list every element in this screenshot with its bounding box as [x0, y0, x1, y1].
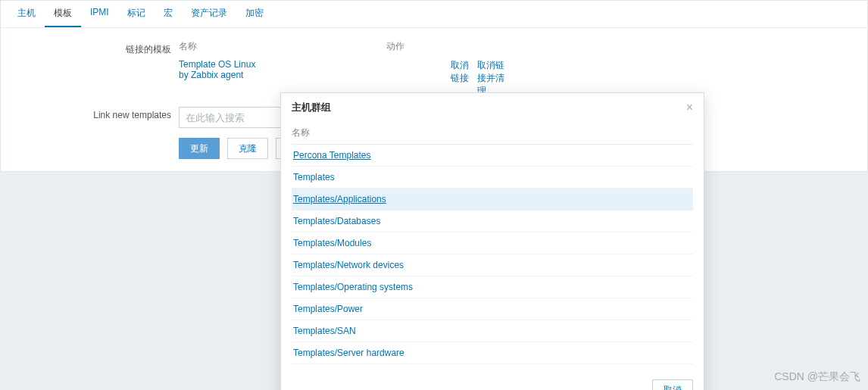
modal-column-name: 名称 [292, 122, 693, 145]
group-item[interactable]: Templates/Modules [292, 232, 693, 254]
tab-3[interactable]: 标记 [118, 1, 155, 27]
group-link[interactable]: Templates/Server hardware [293, 348, 404, 358]
cancel-button[interactable]: 取消 [652, 379, 693, 390]
group-item[interactable]: Templates/Databases [292, 211, 693, 232]
close-icon[interactable]: × [686, 101, 693, 114]
group-link[interactable]: Templates/Databases [293, 216, 380, 226]
group-link[interactable]: Templates/Power [293, 304, 363, 314]
group-link[interactable]: Templates/Operating systems [293, 282, 413, 292]
link-new-templates-label: Link new templates [1, 107, 171, 120]
tab-2[interactable]: IPMI [81, 1, 118, 27]
group-item[interactable]: Percona Templates [292, 145, 693, 167]
tabs-bar: 主机模板IPMI标记宏资产记录加密 [1, 1, 867, 28]
tab-1[interactable]: 模板 [45, 1, 81, 27]
group-link[interactable]: Templates/Network devices [293, 260, 404, 270]
host-group-modal: 主机群组 × 名称 Percona TemplatesTemplatesTemp… [280, 92, 704, 390]
column-action-header: 动作 [386, 40, 404, 53]
update-button[interactable]: 更新 [179, 138, 220, 159]
group-link[interactable]: Templates/SAN [293, 326, 356, 336]
clone-button[interactable]: 克隆 [227, 138, 268, 159]
group-link[interactable]: Percona Templates [293, 150, 371, 161]
group-link[interactable]: Templates/Applications [293, 194, 386, 204]
group-item[interactable]: Templates [292, 167, 693, 189]
tab-6[interactable]: 加密 [236, 1, 273, 27]
group-link[interactable]: Templates [293, 172, 335, 183]
group-item[interactable]: Templates/SAN [292, 320, 693, 342]
tab-5[interactable]: 资产记录 [182, 1, 236, 27]
tab-4[interactable]: 宏 [155, 1, 182, 27]
tab-0[interactable]: 主机 [8, 1, 45, 27]
group-item[interactable]: Templates/Network devices [292, 254, 693, 276]
linked-template-name[interactable]: Template OS Linux by Zabbix agent [179, 59, 261, 98]
group-list: Percona TemplatesTemplatesTemplates/Appl… [292, 145, 693, 364]
group-item[interactable]: Templates/Server hardware [292, 342, 693, 364]
modal-title: 主机群组 [292, 101, 331, 114]
group-item[interactable]: Templates/Applications [292, 189, 693, 211]
watermark: CSDN @芒果会飞 [774, 370, 860, 384]
group-item[interactable]: Templates/Operating systems [292, 276, 693, 298]
linked-templates-label: 链接的模板 [1, 40, 171, 56]
group-link[interactable]: Templates/Modules [293, 238, 371, 248]
column-name-header: 名称 [179, 40, 197, 53]
group-item[interactable]: Templates/Power [292, 298, 693, 320]
